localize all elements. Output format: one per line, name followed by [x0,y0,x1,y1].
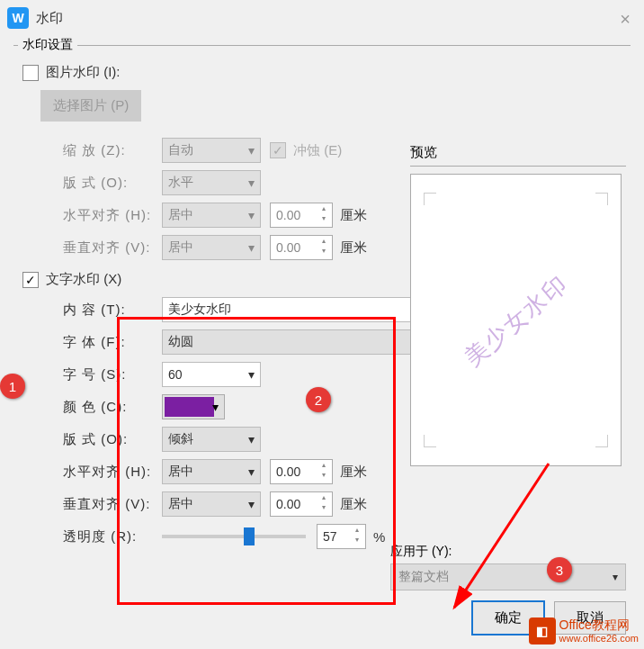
img-valign-select: 居中 [162,235,261,260]
txt-halign-unit: 厘米 [340,464,367,481]
txt-halign-label: 水平对齐 (H): [63,464,162,481]
img-layout-label: 版 式 (O): [63,175,162,192]
img-valign-value: 0.00▴▾ [270,235,333,260]
image-watermark-checkbox[interactable] [22,65,39,81]
washout-label: 冲蚀 (E) [293,142,342,159]
percent-label: % [373,529,385,545]
size-select[interactable]: 60 [162,362,261,387]
brand-text: Office教程网 www.office26.com [559,618,639,643]
select-picture-button[interactable]: 选择图片 (P) [40,90,141,122]
apply-to-label: 应用于 (Y): [390,544,452,560]
text-watermark-label: 文字水印 (X) [46,271,121,288]
image-watermark-row: 图片水印 (I): [22,64,631,81]
preview-area: 预览 美少女水印 [410,144,626,466]
txt-valign-unit: 厘米 [340,496,367,513]
apply-to-row: 应用于 (Y): 整篇文档 [390,544,626,590]
apply-to-select[interactable]: 整篇文档 [390,563,626,590]
txt-layout-label: 版 式 (O): [63,431,162,448]
txt-valign-value[interactable]: 0.00▴▾ [270,491,333,517]
footer-brand: ◧ Office教程网 www.office26.com [529,617,639,644]
color-select[interactable] [162,394,225,419]
zoom-label: 缩 放 (Z): [63,142,162,159]
img-halign-value: 0.00▴▾ [270,203,333,228]
img-halign-unit: 厘米 [340,207,367,224]
content-select[interactable]: 美少女水印 [162,297,423,322]
preview-box: 美少女水印 [410,174,622,466]
txt-layout-select[interactable]: 倾斜 [162,427,261,452]
opacity-value[interactable]: 57▴▾ [317,524,366,549]
img-layout-select: 水平 [162,170,261,195]
preview-label: 预览 [410,144,626,161]
preview-watermark-text: 美少女水印 [458,267,575,373]
content-label: 内 容 (T): [63,302,162,319]
zoom-select[interactable]: 自动 [162,138,261,163]
brand-icon: ◧ [529,617,556,644]
image-watermark-label: 图片水印 (I): [46,64,121,81]
txt-halign-select[interactable]: 居中 [162,459,261,484]
size-label: 字 号 (S): [63,366,162,383]
annotation-circle-1: 1 [0,374,25,399]
group-title: 水印设置 [18,37,77,53]
close-icon[interactable]: × [620,9,631,30]
color-label: 颜 色 (C): [63,399,162,416]
annotation-circle-2: 2 [306,387,331,412]
font-select[interactable]: 幼圆 [162,329,423,355]
annotation-circle-3: 3 [547,557,572,582]
opacity-slider[interactable] [162,535,306,538]
text-watermark-checkbox[interactable] [22,272,39,288]
img-valign-label: 垂直对齐 (V): [63,239,162,257]
img-valign-unit: 厘米 [340,239,367,257]
img-halign-select: 居中 [162,203,261,228]
slider-thumb[interactable] [244,527,255,545]
txt-valign-select[interactable]: 居中 [162,491,261,517]
app-icon: W [7,7,29,29]
img-halign-label: 水平对齐 (H): [63,207,162,224]
window-title: 水印 [36,10,63,27]
font-label: 字 体 (F): [63,334,162,351]
title-bar: W 水印 × [0,0,644,36]
txt-halign-value[interactable]: 0.00▴▾ [270,459,333,484]
txt-valign-label: 垂直对齐 (V): [63,496,162,513]
opacity-label: 透明度 (R): [63,528,162,545]
washout-checkbox: ✓ [270,142,286,158]
